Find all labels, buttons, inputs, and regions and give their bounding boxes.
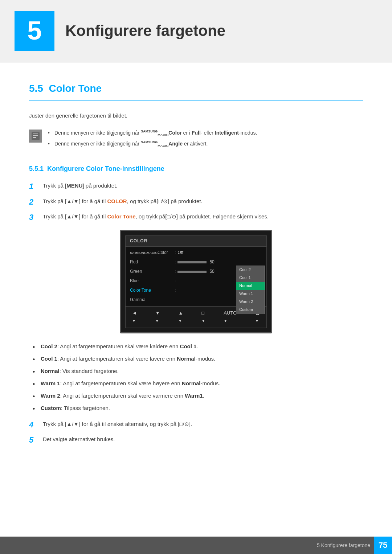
osd-row-gamma: Gamma (126, 295, 172, 305)
osd-row-magic-color: SAMSUNGMAGIC Color (126, 248, 172, 258)
osd-val-magic: : Off (172, 248, 266, 258)
step-4: 4 Trykk på [▲/▼] for å gå til ønsket alt… (29, 420, 363, 430)
note-item-2: Denne menyen er ikke tilgjengelig når SA… (48, 140, 257, 148)
osd-labels: SAMSUNGMAGIC Color Red Green Blue Color … (126, 247, 172, 306)
step-5: 5 Det valgte alternativet brukes. (29, 435, 363, 446)
osd-btn-enter: □▼ (199, 309, 207, 325)
chapter-number: 5 (15, 11, 54, 51)
osd-rows: SAMSUNGMAGIC Color Red Green Blue Color … (126, 247, 266, 306)
osd-row-red: Red (126, 258, 172, 267)
screen-container: COLOR SAMSUNGMAGIC Color Red Green Blue … (120, 230, 272, 333)
osd-option-warm2: Warm 2 (236, 298, 265, 306)
steps-list-2: 4 Trykk på [▲/▼] for å gå til ønsket alt… (29, 420, 363, 446)
osd-option-normal: Normal (236, 282, 265, 290)
osd-title: COLOR (126, 236, 266, 247)
option-custom: Custom: Tilpass fargetonen. (33, 404, 363, 413)
option-warm2: Warm 2: Angi at fargetemperaturen skal v… (33, 391, 363, 400)
option-cool1: Cool 1: Angi at fargetemperaturen skal v… (33, 354, 363, 363)
osd-row-green: Green (126, 267, 172, 276)
page-footer: 5 Konfigurere fargetone 75 (0, 537, 392, 554)
option-warm1: Warm 1: Angi at fargetemperaturen skal v… (33, 379, 363, 388)
osd-values: : Off : 50 : 50 : : (172, 247, 266, 306)
osd-option-warm1: Warm 1 (236, 290, 265, 298)
osd-row-colortone: Color Tone (126, 286, 172, 295)
osd-option-cool2: Cool 2 (236, 266, 265, 274)
options-list: Cool 2: Angi at fargetemperaturen skal v… (33, 342, 363, 413)
option-normal: Normal: Vis standard fargetone. (33, 367, 363, 376)
osd-row-blue: Blue (126, 276, 172, 286)
subsection-heading: 5.5.1 Konfigurere Color Tone-innstilling… (29, 164, 363, 174)
osd-btn-down: ▼▼ (153, 309, 162, 325)
osd-menu: COLOR SAMSUNGMAGIC Color Red Green Blue … (125, 235, 267, 328)
note-icon (29, 130, 42, 143)
step-1: 1 Trykk på [MENU] på produktet. (29, 181, 363, 192)
note-list: Denne menyen er ikke tilgjengelig når SA… (48, 129, 257, 151)
intro-text: Juster den generelle fargetonen til bild… (29, 111, 363, 120)
footer-chapter-text: 5 Konfigurere fargetone (317, 541, 370, 549)
section-heading: 5.5 Color Tone (29, 81, 363, 100)
note-item-1: Denne menyen er ikke tilgjengelig når SA… (48, 129, 257, 138)
osd-option-cool1: Cool 1 (236, 274, 265, 282)
page-content: 5.5 Color Tone Juster den generelle farg… (0, 62, 392, 482)
note-box: Denne menyen er ikke tilgjengelig når SA… (29, 129, 363, 151)
osd-option-custom: Custom (236, 306, 265, 314)
option-cool2: Cool 2: Angi at fargetemperaturen skal v… (33, 342, 363, 351)
step-2: 2 Trykk på [▲/▼] for å gå til COLOR, og … (29, 197, 363, 208)
monitor-screenshot: COLOR SAMSUNGMAGIC Color Red Green Blue … (120, 230, 272, 333)
steps-list: 1 Trykk på [MENU] på produktet. 2 Trykk … (29, 181, 363, 223)
step-3: 3 Trykk på [▲/▼] for å gå til Color Tone… (29, 212, 363, 223)
osd-btn-left: ◄▼ (130, 309, 139, 325)
page-number: 75 (374, 537, 392, 554)
osd-dropdown: Cool 2 Cool 1 Normal Warm 1 Warm 2 Custo… (236, 266, 265, 314)
pencil-icon (30, 131, 41, 141)
osd-btn-up: ▲▼ (176, 309, 185, 325)
chapter-title: Konfigurere fargetone (65, 19, 225, 43)
chapter-header: 5 Konfigurere fargetone (0, 0, 392, 62)
